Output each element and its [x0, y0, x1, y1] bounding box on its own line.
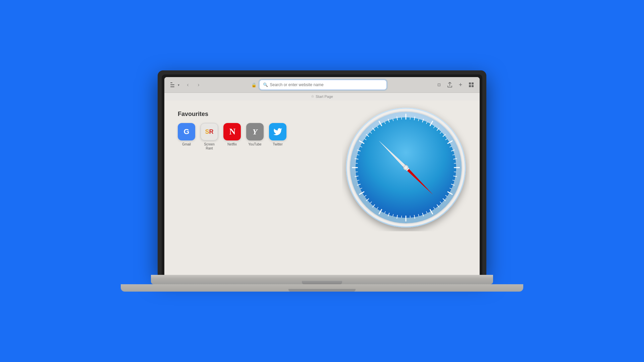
share-icon	[447, 82, 452, 87]
new-tab-button[interactable]: +	[456, 80, 465, 89]
twitter-label: Twitter	[273, 142, 282, 146]
svg-rect-3	[472, 85, 474, 87]
star-icon: ☆	[311, 94, 314, 99]
forward-button[interactable]: ›	[194, 80, 203, 89]
search-icon: 🔍	[263, 82, 268, 87]
sidebar-toggle-button[interactable]: ▾	[168, 81, 181, 88]
reader-button[interactable]: ⊡	[435, 80, 443, 89]
browser-toolbar: ▾ ‹ › 🔒 🔍 ⊡	[164, 77, 480, 93]
bar3	[170, 86, 174, 87]
search-input[interactable]	[270, 82, 383, 87]
start-page-label: ☆ Start Page	[164, 93, 480, 101]
screenrant-label: ScreenRant	[204, 142, 215, 150]
laptop-base	[151, 275, 493, 284]
svg-rect-0	[469, 82, 471, 84]
twitter-bird-icon	[273, 127, 282, 136]
bar1	[170, 82, 172, 83]
netflix-icon: N	[223, 123, 241, 140]
chevron-down-icon: ▾	[178, 83, 179, 87]
laptop-hinge	[302, 281, 342, 284]
back-button[interactable]: ‹	[183, 80, 192, 89]
browser-content: Favourites G Gmail SR	[164, 101, 480, 275]
screenrant-icon: SR	[201, 123, 218, 140]
favourite-item-gmail[interactable]: G Gmail	[178, 123, 195, 150]
share-button[interactable]	[445, 80, 454, 89]
sidebar-icon	[170, 82, 176, 87]
svg-rect-2	[469, 85, 471, 87]
laptop-screen-bezel: ▾ ‹ › 🔒 🔍 ⊡	[162, 74, 482, 275]
favourite-item-youtube[interactable]: Y YouTube	[246, 123, 264, 150]
gmail-label: Gmail	[182, 142, 191, 146]
browser-window: ▾ ‹ › 🔒 🔍 ⊡	[164, 77, 480, 275]
address-bar[interactable]: 🔍	[259, 80, 387, 90]
laptop-screen-outer: ▾ ‹ › 🔒 🔍 ⊡	[158, 70, 486, 275]
bar2	[170, 84, 174, 85]
twitter-icon	[269, 123, 286, 140]
grid-view-button[interactable]	[467, 80, 476, 89]
youtube-icon: Y	[246, 123, 264, 140]
privacy-icon: 🔒	[251, 82, 257, 87]
grid-icon	[469, 82, 474, 87]
youtube-label: YouTube	[248, 142, 261, 146]
gmail-icon: G	[178, 123, 195, 140]
tab-label-text: Start Page	[316, 95, 333, 99]
laptop-wrapper: ▾ ‹ › 🔒 🔍 ⊡	[154, 70, 490, 292]
favourite-item-netflix[interactable]: N Netflix	[223, 123, 241, 150]
toolbar-left: ▾ ‹ ›	[168, 80, 203, 89]
netflix-label: Netflix	[227, 142, 237, 146]
svg-rect-1	[472, 82, 474, 84]
toolbar-right: ⊡ +	[435, 80, 476, 89]
screenrant-text: SR	[205, 129, 213, 135]
laptop-bottom	[121, 284, 523, 292]
safari-compass-icon	[342, 104, 470, 231]
favourite-item-twitter[interactable]: Twitter	[269, 123, 286, 150]
favourite-item-screenrant[interactable]: SR ScreenRant	[201, 123, 218, 150]
toolbar-center: 🔒 🔍	[206, 80, 432, 90]
